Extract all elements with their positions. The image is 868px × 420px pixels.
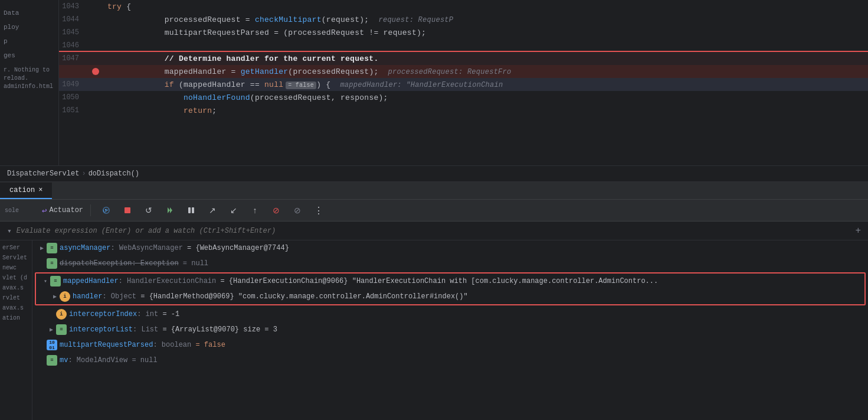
main-container: Data ploy p ges r. Nothing to reload.adm… [0,0,868,420]
debugger-section: sole ↩ Actuator ↺ ↺ [0,200,868,420]
var-item-multipartRequestParsed[interactable]: 1001 multipartRequestParsed : boolean = … [32,337,868,353]
var-item-interceptorIndex[interactable]: i interceptorIndex : int = -1 [32,307,868,322]
highlighted-section: ▾ ≡ mappedHandler : HandlerExecutionChai… [35,272,866,305]
line-content-1051: return; [103,106,868,115]
tab-close-icon[interactable]: × [38,186,42,194]
mute-breakpoints-button[interactable]: ⊘ [289,202,306,219]
var-item-dispatchException[interactable]: ≡ dispatchException : Exception = null [32,256,868,271]
icon-interceptorList: ≡ [56,324,67,335]
tab-label: cation [9,186,35,194]
icon-multipartRequestParsed: 1001 [47,340,57,350]
var-item-mappedHandler[interactable]: ▾ ≡ mappedHandler : HandlerExecutionChai… [36,274,864,289]
var-type-multipartRequestParsed: : boolean [153,341,191,349]
restart-button[interactable]: ↺ [140,202,157,219]
icon-dispatchException: ≡ [47,258,57,269]
left-panel: Data ploy p ges r. Nothing to reload.adm… [0,0,59,165]
line-number-1046: 1046 [59,41,89,50]
eval-bar: ▾ + [0,222,868,240]
expand-mappedHandler[interactable]: ▾ [41,278,50,285]
inline-hint-1044: request: RequestP [378,16,453,24]
tab-bar: cation × [0,182,868,200]
actuator-icon: ↩ [42,206,47,216]
run-to-cursor-button[interactable]: ↑ [247,202,263,219]
var-value-mappedHandler: = {HandlerExecutionChain@9066} "HandlerE… [216,277,658,285]
code-line-1051: 1051 return; [59,104,868,117]
var-name-mappedHandler: mappedHandler [63,277,119,285]
var-value-asyncManager: = {WebAsyncManager@7744} [183,244,289,252]
breadcrumb-separator: › [81,170,86,178]
line-content-1047: // Determine handler for the current req… [103,54,868,63]
var-value-interceptorIndex: = -1 [158,310,179,318]
variables-panel: erSer Servlet newc vlet (d avax.s rvlet … [0,240,868,420]
breadcrumb-method[interactable]: doDispatch() [89,170,139,178]
code-line-1049: 1049 if (mappedHandler == null= false) {… [59,78,868,91]
svg-rect-4 [188,207,191,213]
stack-label-Servlet: Servlet [0,253,32,263]
line-content-1044: processedRequest = checkMultipart(reques… [103,15,868,24]
var-item-mv[interactable]: ≡ mv : ModelAndView = null [32,353,868,368]
stop-button[interactable] [119,202,136,219]
expand-handler[interactable]: ▶ [50,293,60,300]
inline-hint-1048: processedRequest: RequestFro [388,68,512,76]
tab-cation[interactable]: cation × [0,183,52,199]
more-button[interactable]: ⋮ [310,202,327,219]
icon-asyncManager: ≡ [47,243,57,253]
var-item-interceptorList[interactable]: ▶ ≡ interceptorList : List = {ArrayList@… [32,322,868,337]
step-into-button[interactable]: ↗ [204,202,221,219]
var-item-asyncManager[interactable]: ▶ ≡ asyncManager : WebAsyncManager = {We… [32,240,868,256]
left-label-p: p [0,34,58,48]
line-number-1047: 1047 [59,54,89,63]
svg-marker-2 [168,207,170,213]
var-name-asyncManager: asyncManager [60,244,110,252]
var-type-dispatchException: : Exception [132,259,178,268]
line-number-1050: 1050 [59,93,89,102]
var-item-handler[interactable]: ▶ i handler : Object = {HandlerMethod@90… [36,289,864,304]
var-name-interceptorIndex: interceptorIndex [69,310,137,318]
left-label-data: Data [0,6,58,20]
stack-label-rvlet: rvlet [0,293,32,303]
var-name-mv: mv [60,356,68,364]
var-name-interceptorList: interceptorList [69,325,133,334]
code-lines: 1043 try { 1044 processedRequest = check… [59,0,868,117]
icon-handler: i [60,291,70,302]
false-badge: = false [286,82,316,89]
line-content-1043: try { [103,2,868,11]
eval-input[interactable] [17,227,851,235]
var-type-asyncManager: : WebAsyncManager [110,244,182,252]
step-out-button[interactable]: ↙ [225,202,242,219]
var-type-mappedHandler: : HandlerExecutionChain [119,277,217,285]
pause-button[interactable] [183,202,199,219]
line-number-1051: 1051 [59,106,89,115]
var-value-multipartRequestParsed: = false [191,341,225,349]
stack-label-ation: ation [0,313,32,323]
var-name-handler: handler [73,292,102,301]
actuator-button[interactable]: ↩ Actuator [42,206,83,216]
breadcrumb-class[interactable]: DispatcherServlet [7,170,79,178]
icon-mappedHandler: ≡ [50,276,61,286]
expand-asyncManager[interactable]: ▶ [37,245,47,252]
breadcrumb-bar: DispatcherServlet › doDispatch() [0,165,868,182]
code-line-1044: 1044 processedRequest = checkMultipart(r… [59,13,868,26]
variables-list: ▶ ≡ asyncManager : WebAsyncManager = {We… [32,240,868,420]
step-over-button[interactable]: ↺ [98,202,114,219]
eval-add-watch-icon[interactable]: + [855,226,861,236]
icon-interceptorIndex: i [56,309,67,320]
code-line-1045: 1045 multipartRequestParsed = (processed… [59,26,868,39]
eval-dropdown-icon[interactable]: ▾ [7,226,12,236]
breakpoint-indicator[interactable] [92,68,99,75]
line-number-1045: 1045 [59,28,89,37]
code-line-1047: 1047 // Determine handler for the curren… [59,52,868,65]
stack-label-vlet: vlet (d [0,273,32,283]
expand-interceptorList[interactable]: ▶ [47,326,56,333]
var-type-interceptorList: : List [133,325,158,334]
debug-label-1: sole [5,207,37,214]
var-type-interceptorIndex: : int [137,310,158,318]
resume-button[interactable] [162,202,178,219]
debug-stack-labels: erSer Servlet newc vlet (d avax.s rvlet … [0,240,32,420]
inline-hint-1049: mappedHandler: "HandlerExecutionChain [340,81,503,89]
var-type-mv: : ModelAndView [68,356,127,364]
break-exception-button[interactable]: ⊘ [268,202,284,219]
code-editor: 1043 try { 1044 processedRequest = check… [59,0,868,165]
var-value-handler: = {HandlerMethod@9069} "com.clucky.manag… [136,292,468,301]
code-line-1050: 1050 noHandlerFound(processedRequest, re… [59,91,868,104]
